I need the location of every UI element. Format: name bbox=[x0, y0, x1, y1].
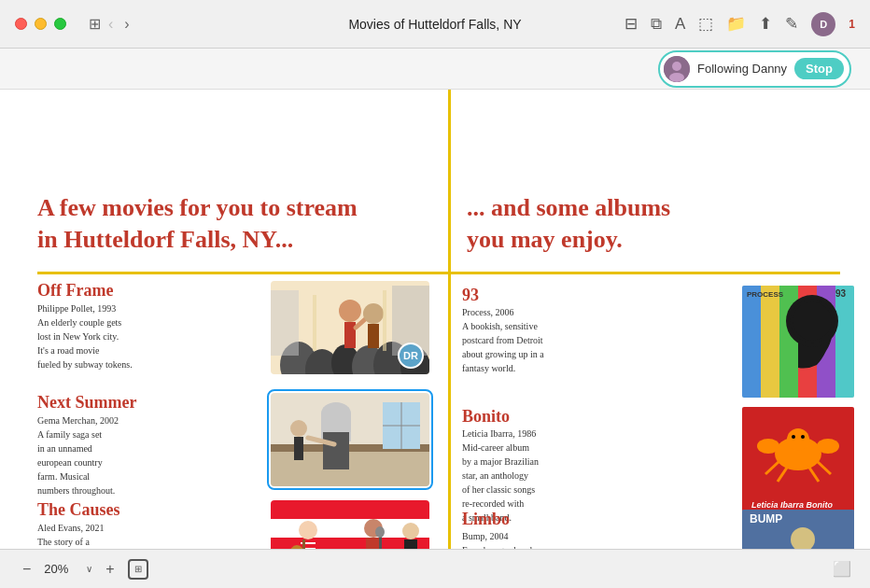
album-entry-2: Bonito Leticia Ibarra, 1986 Mid-career a… bbox=[462, 407, 854, 525]
svg-rect-10 bbox=[271, 290, 299, 356]
movie-subtitle-1: Philippe Pollet, 1993 An elderly couple … bbox=[37, 301, 261, 371]
zoom-out-button[interactable]: − bbox=[19, 559, 35, 580]
movie-thumb-3[interactable] bbox=[271, 500, 429, 549]
horizontal-divider bbox=[37, 272, 840, 274]
layers-icon[interactable]: ⧉ bbox=[651, 15, 662, 34]
forward-button[interactable]: › bbox=[120, 14, 133, 35]
stop-button[interactable]: Stop bbox=[794, 58, 844, 79]
movie-entry-2: Next Summer Gema Merchan, 2002 A family … bbox=[37, 393, 429, 497]
close-button[interactable] bbox=[15, 18, 27, 30]
svg-point-46 bbox=[402, 523, 419, 539]
svg-text:93: 93 bbox=[835, 288, 847, 299]
right-header: ... and some albums you may enjoy. bbox=[467, 192, 840, 256]
movie-entry-3: The Causes Aled Evans, 2021 The story of… bbox=[37, 500, 429, 549]
svg-rect-18 bbox=[383, 290, 386, 351]
movie-text-1: Off Frame Philippe Pollet, 1993 An elder… bbox=[37, 281, 261, 374]
svg-point-1 bbox=[672, 62, 681, 71]
album-subtitle-3: Bump, 2004 French angry band mixes influ… bbox=[462, 529, 733, 549]
album-text-3: Limbo Bump, 2004 French angry band mixes… bbox=[462, 510, 733, 549]
svg-point-62 bbox=[817, 439, 839, 454]
view-icon[interactable]: ⊟ bbox=[624, 14, 638, 34]
text-icon[interactable]: A bbox=[675, 15, 685, 34]
badge-count: 1 bbox=[849, 18, 855, 31]
collab-bar: Following Danny Stop bbox=[0, 49, 870, 90]
movie-text-3: The Causes Aled Evans, 2021 The story of… bbox=[37, 500, 261, 549]
left-header: A few movies for you to stream in Huttel… bbox=[37, 192, 401, 256]
titlebar: ⊞ ‹ › Movies of Hutteldorf Falls, NY ⊟ ⧉… bbox=[0, 0, 870, 49]
movie-subtitle-3: Aled Evans, 2021 The story of a girl ban… bbox=[37, 521, 261, 549]
album-art-1: PROCESS 93 bbox=[742, 286, 854, 398]
svg-rect-17 bbox=[313, 295, 316, 351]
album-cover-1[interactable]: PROCESS 93 bbox=[742, 286, 854, 398]
svg-point-36 bbox=[299, 521, 317, 539]
svg-rect-50 bbox=[761, 286, 779, 398]
window-title: Movies of Hutteldorf Falls, NY bbox=[348, 17, 521, 32]
svg-point-69 bbox=[801, 435, 805, 439]
album-entry-1: 93 Process, 2006 A bookish, sensitive po… bbox=[462, 286, 854, 398]
movie-illustration-2 bbox=[271, 393, 429, 486]
album-subtitle-1: Process, 2006 A bookish, sensitive postc… bbox=[462, 305, 733, 375]
album-entry-3: Limbo Bump, 2004 French angry band mixes… bbox=[462, 510, 854, 549]
following-text: Following Danny bbox=[697, 62, 787, 76]
movie-thumb-avatar: DR bbox=[398, 343, 424, 369]
svg-rect-33 bbox=[271, 500, 429, 519]
following-badge: Following Danny Stop bbox=[658, 50, 851, 88]
avatar-icon[interactable]: D bbox=[811, 12, 835, 36]
album-cover-3[interactable]: BUMP LIMBO bbox=[742, 510, 854, 549]
more-icon[interactable]: ✎ bbox=[785, 14, 798, 34]
svg-rect-28 bbox=[323, 432, 349, 469]
svg-rect-43 bbox=[366, 538, 381, 549]
album-cover-2[interactable]: Leticia Ibarra Bonito bbox=[742, 407, 854, 519]
svg-text:PROCESS: PROCESS bbox=[747, 290, 784, 299]
svg-rect-31 bbox=[294, 437, 303, 460]
bottom-bar: − 20% ∨ + ⊞ ⬜ bbox=[0, 549, 870, 588]
movie-title-3: The Causes bbox=[37, 500, 261, 521]
svg-point-15 bbox=[363, 303, 384, 324]
album-text-1: 93 Process, 2006 A bookish, sensitive po… bbox=[462, 286, 733, 398]
svg-point-68 bbox=[792, 435, 795, 439]
movie-thumb-1[interactable]: DR bbox=[271, 281, 429, 374]
sidebar-toggle-icon[interactable]: ⊞ bbox=[89, 15, 101, 33]
share-icon[interactable]: ⬆ bbox=[759, 14, 772, 34]
back-button[interactable]: ‹ bbox=[105, 14, 117, 35]
movie-text-2: Next Summer Gema Merchan, 2002 A family … bbox=[37, 393, 261, 497]
svg-rect-41 bbox=[302, 539, 305, 549]
movie-subtitle-2: Gema Merchan, 2002 A family saga set in … bbox=[37, 413, 261, 497]
svg-point-61 bbox=[757, 439, 779, 454]
svg-point-2 bbox=[669, 73, 684, 82]
svg-rect-13 bbox=[344, 322, 356, 348]
zoom-in-button[interactable]: + bbox=[102, 559, 118, 580]
zoom-dropdown-arrow[interactable]: ∨ bbox=[86, 564, 92, 574]
svg-text:Leticia Ibarra   Bonito: Leticia Ibarra Bonito bbox=[751, 500, 834, 510]
album-art-3: BUMP LIMBO bbox=[742, 510, 854, 549]
following-avatar bbox=[664, 56, 690, 82]
svg-point-55 bbox=[786, 295, 838, 347]
zoom-level-display: 20% bbox=[44, 562, 77, 576]
nav-buttons: ⊞ ‹ › bbox=[81, 14, 133, 35]
minimize-button[interactable] bbox=[35, 18, 47, 30]
toolbar-right: ⊟ ⧉ A ⬚ 📁 ⬆ ✎ D 1 bbox=[624, 12, 855, 36]
album-title-2: Bonito bbox=[462, 407, 733, 427]
traffic-lights bbox=[15, 18, 66, 30]
fullscreen-button[interactable] bbox=[54, 18, 66, 30]
svg-point-30 bbox=[290, 420, 307, 437]
svg-point-12 bbox=[339, 300, 361, 322]
movie-thumb-2[interactable] bbox=[271, 393, 429, 486]
svg-text:BUMP: BUMP bbox=[750, 512, 782, 525]
album-title-3: Limbo bbox=[462, 510, 733, 529]
svg-rect-47 bbox=[404, 539, 417, 549]
presentation-button[interactable]: ⬜ bbox=[833, 560, 851, 578]
image-icon[interactable]: ⬚ bbox=[698, 14, 713, 34]
svg-point-67 bbox=[787, 428, 809, 451]
folder-icon[interactable]: 📁 bbox=[726, 14, 746, 34]
zoom-fit-button[interactable]: ⊞ bbox=[128, 559, 148, 580]
movie-title-1: Off Frame bbox=[37, 281, 261, 301]
svg-point-45 bbox=[375, 526, 385, 538]
vertical-divider bbox=[448, 90, 451, 549]
svg-rect-16 bbox=[368, 324, 379, 348]
svg-rect-54 bbox=[835, 286, 854, 398]
movie-title-2: Next Summer bbox=[37, 393, 261, 413]
canvas: A few movies for you to stream in Huttel… bbox=[0, 90, 870, 549]
album-text-2: Bonito Leticia Ibarra, 1986 Mid-career a… bbox=[462, 407, 733, 525]
album-art-2: Leticia Ibarra Bonito bbox=[742, 407, 854, 519]
